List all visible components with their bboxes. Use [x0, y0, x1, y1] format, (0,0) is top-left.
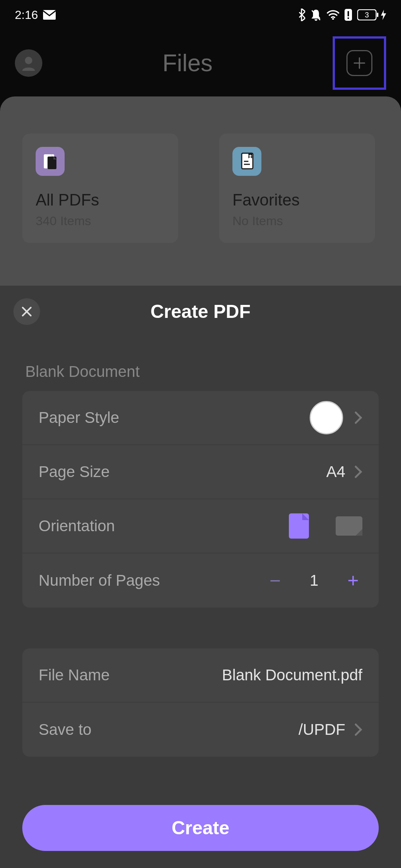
add-button[interactable]	[346, 50, 372, 76]
row-label: File Name	[39, 666, 222, 684]
folder-title: All PDFs	[36, 191, 165, 209]
svg-text:3: 3	[365, 11, 369, 19]
chevron-right-icon	[354, 411, 362, 424]
close-button[interactable]	[13, 298, 40, 325]
close-icon	[20, 305, 33, 318]
alert-icon	[345, 9, 352, 21]
svg-rect-0	[43, 10, 56, 20]
decrease-pages-button[interactable]: −	[266, 569, 284, 592]
mail-icon	[43, 10, 56, 20]
create-button-label: Create	[172, 817, 229, 839]
folder-subtitle: No Items	[232, 214, 362, 228]
status-bar: 2:16 3	[0, 0, 401, 30]
row-label: Paper Style	[39, 409, 310, 427]
save-to-row[interactable]: Save to /UPDF	[22, 703, 379, 757]
file-settings-group: File Name Blank Document.pdf Save to /UP…	[22, 648, 379, 757]
page-title: Files	[162, 49, 212, 77]
orientation-row: Orientation	[22, 499, 379, 553]
orientation-portrait-button[interactable]	[289, 513, 309, 539]
orientation-landscape-button[interactable]	[336, 516, 362, 536]
paper-style-row[interactable]: Paper Style	[22, 391, 379, 445]
svg-rect-5	[348, 17, 349, 19]
svg-rect-4	[348, 11, 349, 16]
paper-style-swatch	[310, 401, 343, 434]
create-pdf-sheet: Create PDF Blank Document Paper Style Pa…	[0, 286, 401, 868]
file-name-value: Blank Document.pdf	[222, 666, 362, 684]
bluetooth-icon	[298, 9, 305, 21]
increase-pages-button[interactable]: +	[344, 569, 362, 592]
svg-point-2	[332, 18, 334, 20]
page-size-row[interactable]: Page Size A4	[22, 445, 379, 499]
row-label: Number of Pages	[39, 572, 266, 589]
row-label: Orientation	[39, 517, 289, 535]
num-pages-row: Number of Pages − 1 +	[22, 553, 379, 608]
folder-title: Favorites	[232, 191, 362, 209]
page-size-value: A4	[326, 463, 345, 481]
wifi-icon	[327, 10, 339, 20]
folder-subtitle: 340 Items	[36, 214, 165, 228]
favorite-folder-icon	[232, 147, 261, 176]
status-time: 2:16	[15, 8, 38, 22]
chevron-right-icon	[354, 723, 362, 736]
chevron-right-icon	[354, 465, 362, 479]
battery-icon: 3	[357, 9, 386, 20]
save-to-value: /UPDF	[299, 721, 345, 739]
create-button[interactable]: Create	[22, 805, 379, 851]
folder-all-pdfs[interactable]: All PDFs 340 Items	[22, 134, 178, 243]
folder-favorites[interactable]: Favorites No Items	[219, 134, 375, 243]
num-pages-value: 1	[307, 572, 322, 589]
pdf-folder-icon	[36, 147, 65, 176]
svg-rect-7	[377, 13, 378, 17]
file-name-row[interactable]: File Name Blank Document.pdf	[22, 648, 379, 703]
sheet-header: Create PDF	[0, 286, 401, 338]
add-button-highlight	[333, 36, 386, 90]
svg-point-9	[25, 57, 32, 64]
files-grid: All PDFs 340 Items Favorites No Items	[0, 96, 401, 287]
notification-muted-icon	[310, 9, 322, 21]
app-header: Files	[0, 30, 401, 96]
row-label: Save to	[39, 721, 299, 739]
row-label: Page Size	[39, 463, 326, 481]
document-settings-group: Paper Style Page Size A4 Orientation Num…	[22, 391, 379, 608]
sheet-title: Create PDF	[0, 301, 401, 322]
section-label: Blank Document	[25, 363, 401, 381]
avatar[interactable]	[15, 49, 42, 77]
